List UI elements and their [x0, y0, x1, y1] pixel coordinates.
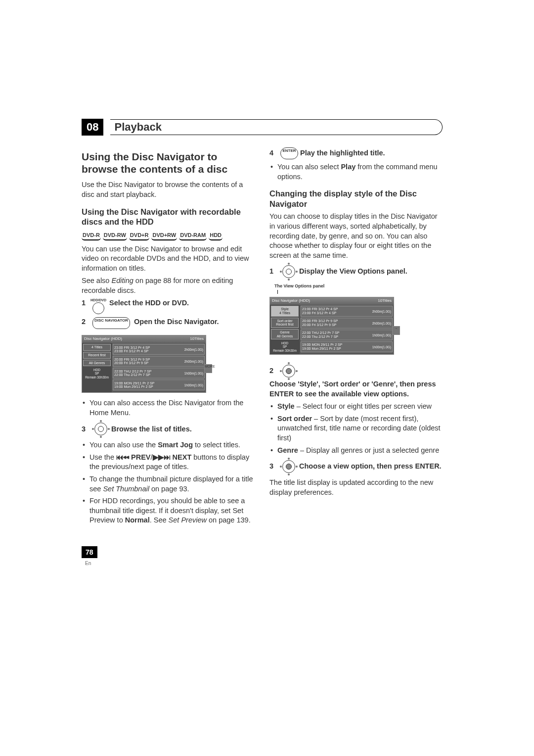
- bullet: Use the ⏮◀◀ PREV/▶▶⏭ NEXT buttons to dis…: [82, 453, 255, 472]
- callout-line: [277, 290, 443, 294]
- disc-navigator-button-icon: DISC NAVIGATOR: [92, 317, 130, 329]
- badge: HDD: [209, 231, 222, 240]
- jog-dial-icon: [280, 263, 297, 280]
- page-number: 78: [82, 546, 97, 558]
- step-1: 1 HDD/DVD Select the HDD or DVD.: [82, 298, 255, 314]
- more-arrow-icon: →: [392, 326, 400, 335]
- badge: DVD+R: [129, 231, 150, 240]
- bullet: To change the thumbnail picture displaye…: [82, 474, 255, 494]
- right-step-1: 1 Display the View Options panel.: [269, 263, 443, 280]
- right-para-last: The title list display is updated accord…: [269, 478, 443, 497]
- hdd-dvd-label: HDD/DVD: [90, 298, 106, 302]
- left-column: Using the Disc Navigator to browse the c…: [82, 144, 255, 528]
- bullet: You can also access the Disc Navigator f…: [82, 398, 255, 418]
- enter-button-icon: ENTER: [280, 147, 298, 159]
- right-para1: You can choose to display titles in the …: [269, 212, 443, 260]
- more-icon: MORE: [204, 364, 212, 373]
- step1-text: Select the HDD or DVD.: [109, 298, 189, 308]
- right-step-3: 3 Choose a view option, then press ENTER…: [269, 458, 443, 475]
- jog-dial-icon: [92, 421, 109, 437]
- option-style: Style – Select four or eight titles per …: [269, 402, 443, 412]
- badge: DVD-RAM: [179, 231, 207, 240]
- right-step2-text: Choose 'Style', 'Sort order' or 'Genre',…: [269, 379, 443, 399]
- step4-text: Play the highlighted title.: [300, 148, 385, 158]
- option-sort: Sort order – Sort by date (most recent f…: [269, 414, 443, 443]
- screenshot-disc-navigator: Disc Navigator (HDD) 10Titles 4 Titles R…: [82, 332, 206, 396]
- step-3: 3 Browse the list of titles.: [82, 421, 255, 437]
- option-genre: Genre – Display all genres or just a sel…: [269, 446, 443, 456]
- step2-text: Open the Disc Navigator.: [134, 317, 219, 327]
- bullet: You can also select Play from the comman…: [269, 162, 443, 182]
- right-column: 4 ENTER Play the highlighted title. You …: [269, 144, 443, 528]
- chapter-header: 08 Playback: [82, 119, 443, 136]
- screenshot-view-options: Disc Navigator (HDD) 10Titles Style4 Tit…: [269, 294, 394, 358]
- badge: DVD+RW: [151, 231, 177, 240]
- step-4: 4 ENTER Play the highlighted title.: [269, 147, 443, 159]
- jog-dial-enter-icon: [280, 458, 297, 475]
- callout-label: The View Options panel: [274, 283, 443, 289]
- bullet: You can also use the Smart Jog to select…: [82, 440, 255, 450]
- chapter-title: Playback: [114, 121, 161, 133]
- chapter-number-badge: 08: [82, 119, 103, 136]
- bullet: For HDD recordings, you should be able t…: [82, 496, 255, 525]
- sub-heading-right: Changing the display style of the Disc N…: [269, 189, 443, 209]
- step3-text: Browse the list of titles.: [111, 425, 192, 434]
- badge: DVD-RW: [103, 231, 127, 240]
- jog-dial-enter-icon: [280, 363, 297, 379]
- right-step3-text: Choose a view option, then press ENTER.: [299, 462, 442, 472]
- page-language: En: [85, 561, 91, 566]
- intro-text: Use the Disc Navigator to browse the con…: [82, 180, 255, 199]
- prev-skip-icon: ⏮◀◀: [116, 453, 129, 461]
- next-skip-icon: ▶▶⏭: [153, 453, 171, 461]
- main-heading: Using the Disc Navigator to browse the c…: [82, 150, 255, 175]
- right-step1-text: Display the View Options panel.: [299, 267, 407, 277]
- hdd-dvd-button-icon: [92, 302, 104, 314]
- media-badges-row: DVD-R DVD-RW DVD+R DVD+RW DVD-RAM HDD: [82, 231, 255, 240]
- para1: You can use the Disc Navigator to browse…: [82, 244, 255, 274]
- badge: DVD-R: [82, 231, 101, 240]
- right-step-2: 2 Choose 'Style', 'Sort order' or 'Genre…: [269, 363, 443, 399]
- sub-heading-left: Using the Disc Navigator with recordable…: [82, 207, 255, 227]
- step-2: 2 DISC NAVIGATOR Open the Disc Navigator…: [82, 317, 255, 329]
- para2: See also Editing on page 88 for more on …: [82, 276, 255, 295]
